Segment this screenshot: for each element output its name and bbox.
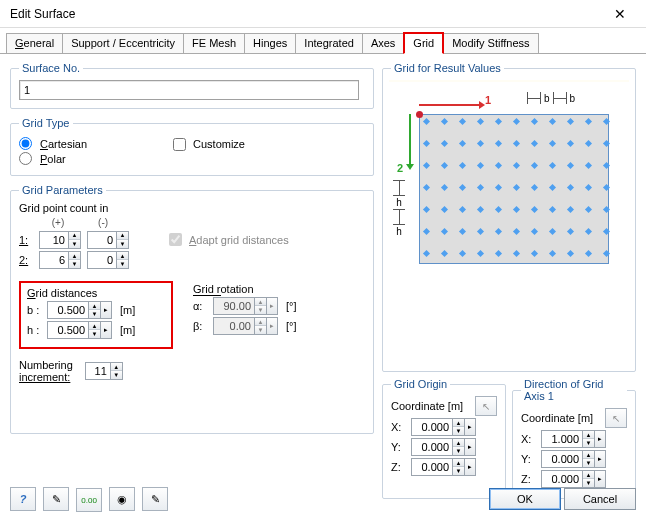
adapt-checkbox-input	[169, 233, 182, 246]
oz-spinner[interactable]: ▲▼▸	[411, 458, 476, 476]
eye-icon[interactable]: ◉	[109, 487, 135, 511]
beta-label: β:	[193, 320, 207, 332]
tab-integrated[interactable]: Integrated	[295, 33, 363, 53]
count1-minus-spinner[interactable]: ▲▼	[87, 231, 129, 249]
count1-plus-spinner[interactable]: ▲▼	[39, 231, 81, 249]
ox-label: X:	[391, 421, 405, 433]
radio-polar-label: Polar	[40, 153, 66, 165]
az-spinner[interactable]: ▲▼▸	[541, 470, 606, 488]
customize-label: Customize	[193, 138, 245, 150]
tab-general[interactable]: General	[6, 33, 63, 53]
h-unit: [m]	[120, 324, 135, 336]
numbering-label: Numbering	[19, 359, 73, 371]
pin-icon[interactable]: ✎	[142, 487, 168, 511]
minus-header: (-)	[82, 217, 124, 228]
ox-spinner[interactable]: ▲▼▸	[411, 418, 476, 436]
window-title: Edit Surface	[10, 7, 75, 21]
adapt-checkbox: Adapt grid distances	[165, 230, 289, 249]
ay-spinner[interactable]: ▲▼▸	[541, 450, 606, 468]
count2-plus-spinner[interactable]: ▲▼	[39, 251, 81, 269]
tab-grid[interactable]: Grid	[403, 32, 444, 54]
origin-coord-label: Coordinate [m]	[391, 400, 463, 412]
grid-axis-legend: Direction of Grid Axis 1	[521, 378, 627, 402]
b-spinner[interactable]: ▲▼▸	[47, 301, 112, 319]
rot-label: Grid rotation	[193, 283, 297, 295]
customize-checkbox[interactable]: Customize	[169, 135, 245, 154]
oy-label: Y:	[391, 441, 405, 453]
grid-preview-group: Grid for Result Values 1 2 b b h h	[382, 62, 636, 372]
surface-no-legend: Surface No.	[19, 62, 83, 74]
dist-label: Grid distances	[27, 287, 165, 299]
grid-origin-dot	[416, 111, 423, 118]
h-label: h :	[27, 324, 41, 336]
tab-fe-mesh[interactable]: FE Mesh	[183, 33, 245, 53]
axis-coord-label: Coordinate [m]	[521, 412, 593, 424]
grid-type-group: Grid Type Cartesian Polar Customize	[10, 117, 374, 176]
titlebar: Edit Surface ✕	[0, 0, 646, 28]
grid-distances-highlight: Grid distances b : ▲▼▸ [m] h : ▲▼▸ [m]	[19, 281, 173, 349]
row1-label: 1:	[19, 234, 33, 246]
dim-b: b b	[527, 92, 575, 104]
axis-pick-button[interactable]: ↖	[605, 408, 627, 428]
radio-cartesian[interactable]: Cartesian	[19, 137, 87, 150]
grid-origin-legend: Grid Origin	[391, 378, 450, 390]
button-row: ? ✎ 0.00 ◉ ✎ OK Cancel	[10, 487, 636, 513]
axis1-label: 1	[485, 94, 491, 106]
beta-spinner: ▲▼▸	[213, 317, 278, 335]
ay-label: Y:	[521, 453, 535, 465]
grid-type-legend: Grid Type	[19, 117, 73, 129]
grid-params-legend: Grid Parameters	[19, 184, 106, 196]
radio-polar-input[interactable]	[19, 152, 32, 165]
count2-minus-spinner[interactable]: ▲▼	[87, 251, 129, 269]
axis2-label: 2	[397, 162, 403, 174]
cancel-button[interactable]: Cancel	[564, 488, 636, 510]
edit-icon[interactable]: ✎	[43, 487, 69, 511]
surface-no-group: Surface No.	[10, 62, 374, 109]
alpha-label: α:	[193, 300, 207, 312]
b-label: b :	[27, 304, 41, 316]
tab-modify-stiffness[interactable]: Modify Stiffness	[443, 33, 538, 53]
close-button[interactable]: ✕	[602, 4, 638, 24]
tab-axes[interactable]: Axes	[362, 33, 404, 53]
radio-cartesian-label: Cartesian	[40, 138, 87, 150]
alpha-spinner: ▲▼▸	[213, 297, 278, 315]
help-icon[interactable]: ?	[10, 487, 36, 511]
grid-axis-group: Direction of Grid Axis 1 Coordinate [m] …	[512, 378, 636, 499]
oy-spinner[interactable]: ▲▼▸	[411, 438, 476, 456]
oz-label: Z:	[391, 461, 405, 473]
increment-label: increment:	[19, 371, 73, 383]
adapt-label: Adapt grid distances	[189, 234, 289, 246]
grid-origin-group: Grid Origin Coordinate [m] ↖ X:▲▼▸ Y:▲▼▸…	[382, 378, 506, 499]
tab-strip: General Support / Eccentricity FE Mesh H…	[0, 28, 646, 54]
h-spinner[interactable]: ▲▼▸	[47, 321, 112, 339]
ax-label: X:	[521, 433, 535, 445]
preview-legend: Grid for Result Values	[391, 62, 504, 74]
calc-icon[interactable]: 0.00	[76, 488, 102, 512]
axis1-arrow	[419, 104, 479, 106]
az-label: Z:	[521, 473, 535, 485]
beta-unit: [°]	[286, 320, 297, 332]
grid-preview-canvas: 1 2 b b h h	[389, 80, 629, 82]
increment-spinner[interactable]: ▲▼	[85, 362, 123, 380]
tab-hinges[interactable]: Hinges	[244, 33, 296, 53]
radio-cartesian-input[interactable]	[19, 137, 32, 150]
surface-no-input[interactable]	[19, 80, 359, 100]
grid-params-group: Grid Parameters Grid point count in (+) …	[10, 184, 374, 434]
dim-h: h h	[393, 180, 405, 237]
origin-pick-button[interactable]: ↖	[475, 396, 497, 416]
alpha-unit: [°]	[286, 300, 297, 312]
count-label: Grid point count in	[19, 202, 365, 214]
b-unit: [m]	[120, 304, 135, 316]
radio-polar[interactable]: Polar	[19, 152, 87, 165]
ok-button[interactable]: OK	[489, 488, 561, 510]
customize-checkbox-input[interactable]	[173, 138, 186, 151]
row2-label: 2:	[19, 254, 33, 266]
ax-spinner[interactable]: ▲▼▸	[541, 430, 606, 448]
axis2-arrow	[409, 114, 411, 164]
plus-header: (+)	[37, 217, 79, 228]
tab-support[interactable]: Support / Eccentricity	[62, 33, 184, 53]
